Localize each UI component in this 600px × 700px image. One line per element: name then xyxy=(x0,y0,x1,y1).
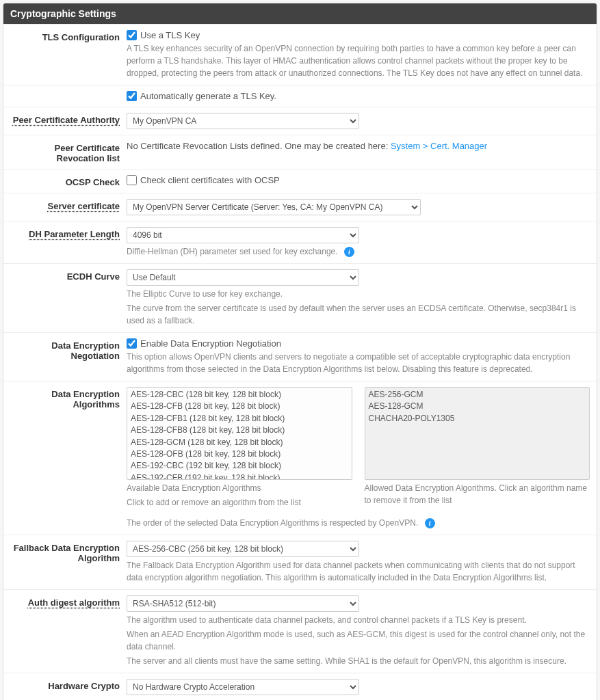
panel-title: Cryptographic Settings xyxy=(3,3,597,24)
cert-manager-link[interactable]: System > Cert. Manager xyxy=(391,141,487,151)
peer-ca-select[interactable]: My OpenVPN CA xyxy=(127,113,359,129)
label-negotiation: Data Encryption Negotiation xyxy=(10,338,120,375)
available-algo-item[interactable]: AES-128-CFB (128 bit key, 128 bit block) xyxy=(131,401,348,412)
available-algo-item[interactable]: AES-128-OFB (128 bit key, 128 bit block) xyxy=(131,448,348,460)
ecdh-help2: The curve from the server certificate is… xyxy=(127,302,590,327)
server-cert-select[interactable]: My OpenVPN Server Certificate (Server: Y… xyxy=(127,199,421,215)
ocsp-checkbox[interactable] xyxy=(127,175,137,185)
available-algo-item[interactable]: AES-128-GCM (128 bit key, 128 bit block) xyxy=(131,437,348,448)
row-server-cert: Server certificate My OpenVPN Server Cer… xyxy=(3,193,597,221)
negotiation-help: This option allows OpenVPN clients and s… xyxy=(127,351,590,375)
label-peer-crl: Peer Certificate Revocation list xyxy=(10,141,120,163)
row-ocsp: OCSP Check Check client certificates wit… xyxy=(3,169,597,193)
selected-algo-item[interactable]: AES-128-GCM xyxy=(369,401,586,412)
available-algo-item[interactable]: AES-128-CFB8 (128 bit key, 128 bit block… xyxy=(131,425,348,436)
autogen-tls-label: Automatically generate a TLS Key. xyxy=(140,91,276,101)
info-icon[interactable]: i xyxy=(344,247,354,257)
available-algo-item[interactable]: AES-128-CBC (128 bit key, 128 bit block) xyxy=(131,389,348,401)
row-tls-config: TLS Configuration Use a TLS Key A TLS ke… xyxy=(3,24,597,85)
available-algo-item[interactable]: AES-192-CFB (192 bit key, 128 bit block) xyxy=(131,472,348,480)
label-ecdh: ECDH Curve xyxy=(10,269,120,327)
crypto-settings-panel: Cryptographic Settings TLS Configuration… xyxy=(3,3,597,700)
negotiation-checkbox[interactable] xyxy=(127,338,137,349)
info-icon[interactable]: i xyxy=(425,518,435,528)
fallback-help: The Fallback Data Encryption Algorithm u… xyxy=(127,559,590,584)
selected-algo-item[interactable]: CHACHA20-POLY1305 xyxy=(369,413,586,425)
sel-help: Allowed Data Encryption Algorithms. Clic… xyxy=(365,482,590,507)
fallback-select[interactable]: AES-256-CBC (256 bit key, 128 bit block) xyxy=(127,541,359,557)
tls-help: A TLS key enhances security of an OpenVP… xyxy=(127,42,590,79)
dh-help: Diffie-Hellman (DH) parameter set used f… xyxy=(127,247,338,256)
ocsp-checkbox-label: Check client certificates with OCSP xyxy=(140,175,280,185)
label-ocsp: OCSP Check xyxy=(10,175,120,187)
auth-help1: The algorithm used to authenticate data … xyxy=(127,614,590,626)
row-dh: DH Parameter Length 4096 bit Diffie-Hell… xyxy=(3,221,597,263)
auth-help3: The server and all clients must have the… xyxy=(127,655,590,667)
label-hw-crypto: Hardware Crypto xyxy=(10,679,120,695)
ecdh-help1: The Elliptic Curve to use for key exchan… xyxy=(127,288,590,300)
available-algo-item[interactable]: AES-128-CFB1 (128 bit key, 128 bit block… xyxy=(131,413,348,425)
label-server-cert: Server certificate xyxy=(10,199,120,215)
crl-text: No Certificate Revocation Lists defined.… xyxy=(127,141,391,151)
label-algorithms: Data Encryption Algorithms xyxy=(10,387,120,529)
auth-digest-select[interactable]: RSA-SHA512 (512-bit) xyxy=(127,595,359,612)
label-fallback: Fallback Data Encryption Algorithm xyxy=(10,541,120,584)
selected-algorithms-list[interactable]: AES-256-GCMAES-128-GCMCHACHA20-POLY1305 xyxy=(365,387,590,480)
row-peer-crl: Peer Certificate Revocation list No Cert… xyxy=(3,135,597,169)
row-auth-digest: Auth digest algorithm RSA-SHA512 (512-bi… xyxy=(3,589,597,673)
selected-algo-item[interactable]: AES-256-GCM xyxy=(369,389,586,401)
hw-crypto-select[interactable]: No Hardware Crypto Acceleration xyxy=(127,679,359,695)
label-dh: DH Parameter Length xyxy=(10,227,120,258)
use-tls-label: Use a TLS Key xyxy=(140,30,200,40)
row-fallback: Fallback Data Encryption Algorithm AES-2… xyxy=(3,535,597,589)
label-tls: TLS Configuration xyxy=(10,30,120,79)
label-auth-digest: Auth digest algorithm xyxy=(10,595,120,667)
row-algorithms: Data Encryption Algorithms AES-128-CBC (… xyxy=(3,381,597,535)
auth-help2: When an AEAD Encryption Algorithm mode i… xyxy=(127,628,590,653)
row-peer-ca: Peer Certificate Authority My OpenVPN CA xyxy=(3,107,597,135)
available-algorithms-list[interactable]: AES-128-CBC (128 bit key, 128 bit block)… xyxy=(127,387,352,480)
negotiation-checkbox-label: Enable Data Encryption Negotiation xyxy=(140,338,281,349)
label-peer-ca: Peer Certificate Authority xyxy=(10,113,120,129)
avail-help2: Click to add or remove an algorithm from… xyxy=(127,496,352,509)
row-ecdh: ECDH Curve Use Default The Elliptic Curv… xyxy=(3,263,597,332)
autogen-tls-checkbox[interactable] xyxy=(127,91,137,101)
available-algo-item[interactable]: AES-192-CBC (192 bit key, 128 bit block) xyxy=(131,460,348,472)
ecdh-select[interactable]: Use Default xyxy=(127,269,359,286)
row-negotiation: Data Encryption Negotiation Enable Data … xyxy=(3,332,597,381)
order-help: The order of the selected Data Encryptio… xyxy=(127,518,418,528)
row-hw-crypto: Hardware Crypto No Hardware Crypto Accel… xyxy=(3,673,597,700)
use-tls-checkbox[interactable] xyxy=(127,30,137,40)
dh-select[interactable]: 4096 bit xyxy=(127,227,359,243)
avail-help1: Available Data Encryption Algorithms xyxy=(127,482,352,494)
row-tls-autogen: Automatically generate a TLS Key. xyxy=(3,85,597,107)
